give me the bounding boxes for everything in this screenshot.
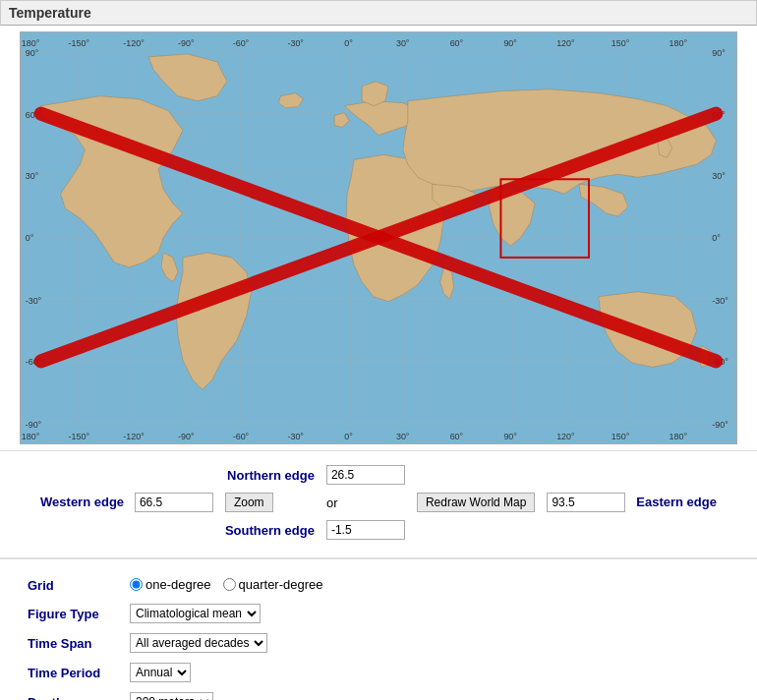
grid-one-degree-radio[interactable] <box>130 578 143 591</box>
svg-text:-120°: -120° <box>123 38 145 48</box>
map-container: 90° 60° 30° 0° -30° -60° -90° 90° 60° 30… <box>0 26 757 450</box>
coord-table: Northern edge Western edge Zoom or Redra… <box>32 459 725 546</box>
grid-one-degree-option[interactable]: one-degree <box>130 577 211 592</box>
grid-quarter-degree-label: quarter-degree <box>239 577 323 592</box>
svg-text:90°: 90° <box>503 38 517 48</box>
grid-quarter-degree-radio[interactable] <box>223 578 236 591</box>
grid-quarter-degree-option[interactable]: quarter-degree <box>223 577 323 592</box>
svg-text:90°: 90° <box>712 48 726 58</box>
svg-text:-60°: -60° <box>233 38 250 48</box>
time-span-label: Time Span <box>24 631 122 655</box>
svg-text:90°: 90° <box>26 48 39 58</box>
page-title: Temperature <box>0 0 757 26</box>
grid-label: Grid <box>24 575 122 596</box>
svg-text:180°: 180° <box>670 38 688 48</box>
svg-text:-60°: -60° <box>233 432 250 441</box>
svg-text:0°: 0° <box>26 233 34 243</box>
figure-type-label: Figure Type <box>24 602 122 625</box>
svg-text:-120°: -120° <box>123 432 145 441</box>
svg-text:30°: 30° <box>712 171 726 181</box>
zoom-button[interactable]: Zoom <box>225 493 273 512</box>
svg-text:0°: 0° <box>344 38 353 48</box>
svg-text:-30°: -30° <box>287 432 304 441</box>
svg-text:120°: 120° <box>556 432 575 441</box>
grid-one-degree-label: one-degree <box>146 577 211 592</box>
svg-text:150°: 150° <box>611 432 630 441</box>
world-map-svg: 90° 60° 30° 0° -30° -60° -90° 90° 60° 30… <box>21 32 736 443</box>
svg-text:-30°: -30° <box>287 38 304 48</box>
western-edge-input[interactable] <box>135 493 213 512</box>
northern-edge-input[interactable] <box>326 465 405 485</box>
svg-text:180°: 180° <box>22 38 40 48</box>
figure-type-select[interactable]: Climatological mean <box>130 604 261 623</box>
time-period-label: Time Period <box>24 661 122 684</box>
svg-text:60°: 60° <box>450 432 464 441</box>
svg-text:60°: 60° <box>450 38 464 48</box>
svg-text:-30°: -30° <box>712 296 728 306</box>
svg-text:180°: 180° <box>22 432 40 441</box>
svg-text:-150°: -150° <box>69 38 90 48</box>
svg-text:-150°: -150° <box>69 432 90 441</box>
svg-text:-90°: -90° <box>712 420 728 430</box>
settings-area: Grid one-degree quarter-degree <box>0 557 757 700</box>
svg-text:0°: 0° <box>712 233 721 243</box>
grid-radio-group: one-degree quarter-degree <box>130 577 323 592</box>
northern-edge-label: Northern edge <box>221 463 319 487</box>
svg-text:120°: 120° <box>556 38 575 48</box>
time-period-select[interactable]: Annual <box>130 663 191 682</box>
svg-text:0°: 0° <box>344 432 353 441</box>
svg-text:-90°: -90° <box>178 432 195 441</box>
svg-text:30°: 30° <box>396 38 410 48</box>
depth-label: Depth <box>24 690 122 700</box>
svg-text:30°: 30° <box>26 171 39 181</box>
southern-edge-input[interactable] <box>326 520 405 540</box>
or-label: or <box>326 496 338 510</box>
svg-text:180°: 180° <box>670 432 688 441</box>
settings-table: Grid one-degree quarter-degree <box>20 569 331 700</box>
map-wrapper: 90° 60° 30° 0° -30° -60° -90° 90° 60° 30… <box>20 31 737 444</box>
svg-text:-90°: -90° <box>26 420 42 430</box>
eastern-edge-label: Eastern edge <box>636 495 717 509</box>
time-span-select[interactable]: All averaged decades <box>130 633 267 653</box>
depth-select[interactable]: 200 meters <box>130 692 213 700</box>
svg-text:30°: 30° <box>396 432 410 441</box>
controls-area: Northern edge Western edge Zoom or Redra… <box>0 450 757 554</box>
svg-text:150°: 150° <box>611 38 630 48</box>
redraw-world-map-button[interactable]: Redraw World Map <box>417 493 535 512</box>
svg-text:-90°: -90° <box>178 38 195 48</box>
western-edge-label: Western edge <box>40 495 124 509</box>
eastern-edge-input[interactable] <box>547 493 625 512</box>
svg-text:90°: 90° <box>503 432 517 441</box>
svg-text:-30°: -30° <box>26 296 42 306</box>
southern-edge-label: Southern edge <box>221 518 319 542</box>
